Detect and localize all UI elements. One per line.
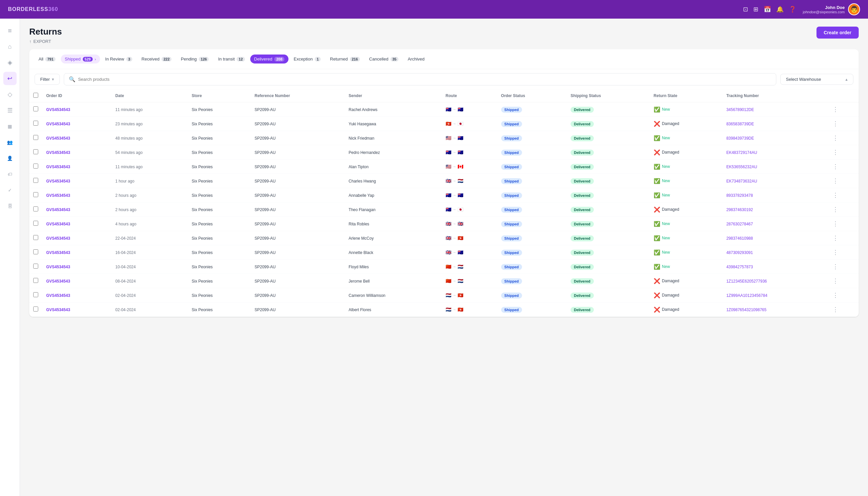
more-options-button[interactable]: ⋮: [833, 120, 838, 127]
row-checkbox[interactable]: [33, 264, 38, 269]
avatar[interactable]: 👨: [848, 3, 860, 15]
tab-shipped[interactable]: Shipped 529 ›: [61, 55, 100, 63]
sidebar-item-badge[interactable]: 🏷: [3, 168, 17, 181]
order-id-link[interactable]: GVS4534543: [46, 265, 70, 269]
search-input[interactable]: [78, 77, 771, 82]
more-options-button[interactable]: ⋮: [833, 135, 838, 141]
tracking-link[interactable]: EK734873632AU: [726, 179, 757, 184]
order-id-link[interactable]: GVS4534543: [46, 150, 70, 155]
sidebar-item-layers[interactable]: ◈: [3, 56, 17, 69]
row-checkbox[interactable]: [33, 149, 38, 154]
calculator-icon[interactable]: ⊞: [753, 6, 758, 13]
row-checkbox[interactable]: [33, 192, 38, 197]
sidebar-item-list[interactable]: ☰: [3, 104, 17, 117]
row-checkbox[interactable]: [33, 292, 38, 297]
warehouse-select[interactable]: Select Warehouse ▴: [780, 74, 853, 85]
order-id-link[interactable]: GVS4534543: [46, 308, 70, 312]
order-id-link[interactable]: GVS4534543: [46, 122, 70, 126]
tracking-link[interactable]: EK536556232AU: [726, 165, 757, 169]
sidebar-item-menu[interactable]: ≡: [3, 24, 17, 37]
row-checkbox[interactable]: [33, 178, 38, 183]
sidebar-item-home[interactable]: ⌂: [3, 40, 17, 53]
sidebar-item-boxes[interactable]: ▦: [3, 120, 17, 133]
tracking-link[interactable]: 487309293091: [726, 250, 753, 255]
more-options-button[interactable]: ⋮: [833, 163, 838, 170]
more-options-button[interactable]: ⋮: [833, 278, 838, 284]
more-options-button[interactable]: ⋮: [833, 206, 838, 213]
tracking-link[interactable]: 8398439739DE: [726, 136, 754, 141]
more-options-button[interactable]: ⋮: [833, 149, 838, 156]
tracking-link[interactable]: 893378293478: [726, 193, 753, 198]
export-button[interactable]: ↑ EXPORT: [29, 39, 62, 44]
row-checkbox[interactable]: [33, 106, 38, 111]
order-id-link[interactable]: GVS4534543: [46, 279, 70, 283]
tracking-link[interactable]: EK483729174AU: [726, 150, 757, 155]
sidebar-item-user[interactable]: 👤: [3, 152, 17, 165]
tab-exception[interactable]: Exception 1: [290, 55, 325, 63]
more-options-button[interactable]: ⋮: [833, 220, 838, 227]
more-options-button[interactable]: ⋮: [833, 306, 838, 313]
row-checkbox[interactable]: [33, 221, 38, 226]
more-options-button[interactable]: ⋮: [833, 235, 838, 241]
tracking-link[interactable]: 287630278467: [726, 222, 753, 227]
tracking-link[interactable]: 1Z12345E6205277936: [726, 279, 767, 283]
tab-pending[interactable]: Pending 126: [177, 55, 213, 63]
row-checkbox[interactable]: [33, 206, 38, 212]
row-checkbox[interactable]: [33, 307, 38, 311]
sidebar-item-returns[interactable]: ↩: [3, 72, 17, 85]
order-status-badge: Shipped: [501, 178, 522, 184]
order-id-link[interactable]: GVS4534543: [46, 250, 70, 255]
route-flags: 🇬🇧 → 🇦🇺: [446, 250, 493, 255]
order-id-link[interactable]: GVS4534543: [46, 293, 70, 298]
tab-in-review[interactable]: In Review 3: [101, 55, 136, 63]
order-id-link[interactable]: GVS4534543: [46, 222, 70, 227]
row-checkbox[interactable]: [33, 164, 38, 169]
more-options-button[interactable]: ⋮: [833, 192, 838, 199]
more-options-button[interactable]: ⋮: [833, 177, 838, 184]
row-checkbox[interactable]: [33, 121, 38, 126]
tracking-link[interactable]: 3456789012DE: [726, 107, 754, 112]
bell-icon[interactable]: 🔔: [776, 6, 784, 13]
order-id-link[interactable]: GVS4534543: [46, 165, 70, 169]
row-checkbox[interactable]: [33, 235, 38, 240]
arrow-icon: →: [453, 308, 456, 311]
more-options-button[interactable]: ⋮: [833, 249, 838, 255]
order-id-link[interactable]: GVS4534543: [46, 179, 70, 184]
tracking-link[interactable]: 298374630192: [726, 207, 753, 212]
tab-returned[interactable]: Returned 216: [326, 55, 364, 63]
order-id-link[interactable]: GVS4534543: [46, 136, 70, 141]
tracking-link[interactable]: 298374610988: [726, 236, 753, 241]
sidebar-item-check[interactable]: ✓: [3, 184, 17, 197]
tab-received[interactable]: Received 222: [138, 55, 176, 63]
tracking-link[interactable]: 439842757873: [726, 265, 753, 269]
tracking-link[interactable]: 1Z0987654321098765: [726, 308, 767, 312]
order-id-link[interactable]: GVS4534543: [46, 107, 70, 112]
select-all-checkbox[interactable]: [33, 93, 38, 98]
row-checkbox[interactable]: [33, 249, 38, 254]
row-checkbox[interactable]: [33, 135, 38, 140]
monitor-icon[interactable]: ⊡: [743, 6, 748, 13]
row-checkbox[interactable]: [33, 278, 38, 283]
sidebar-item-team[interactable]: 👥: [3, 136, 17, 149]
sidebar-item-diamond[interactable]: ◇: [3, 88, 17, 101]
row-return-state: ❌ Damaged: [650, 303, 723, 317]
help-icon[interactable]: ❓: [789, 6, 796, 13]
filter-button[interactable]: Filter ▾: [34, 74, 60, 85]
tab-cancelled[interactable]: Cancelled 35: [365, 55, 403, 63]
more-options-button[interactable]: ⋮: [833, 292, 838, 298]
create-order-button[interactable]: Create order: [817, 27, 859, 38]
shipping-status-badge: Delivered: [571, 164, 594, 170]
calendar-icon[interactable]: 📅: [764, 6, 771, 13]
order-id-link[interactable]: GVS4534543: [46, 193, 70, 198]
tracking-link[interactable]: 8365838739DE: [726, 122, 754, 126]
tracking-link[interactable]: 1Z999AA10123456784: [726, 293, 767, 298]
tab-in-transit[interactable]: In transit 12: [214, 55, 249, 63]
order-id-link[interactable]: GVS4534543: [46, 207, 70, 212]
tab-all[interactable]: All 791: [34, 55, 60, 63]
more-options-button[interactable]: ⋮: [833, 106, 838, 113]
tab-archived[interactable]: Archived: [404, 55, 429, 63]
tab-delivered[interactable]: Delivered 208: [250, 55, 288, 63]
more-options-button[interactable]: ⋮: [833, 263, 838, 270]
order-id-link[interactable]: GVS4534543: [46, 236, 70, 241]
sidebar-item-db[interactable]: 🗄: [3, 200, 17, 213]
